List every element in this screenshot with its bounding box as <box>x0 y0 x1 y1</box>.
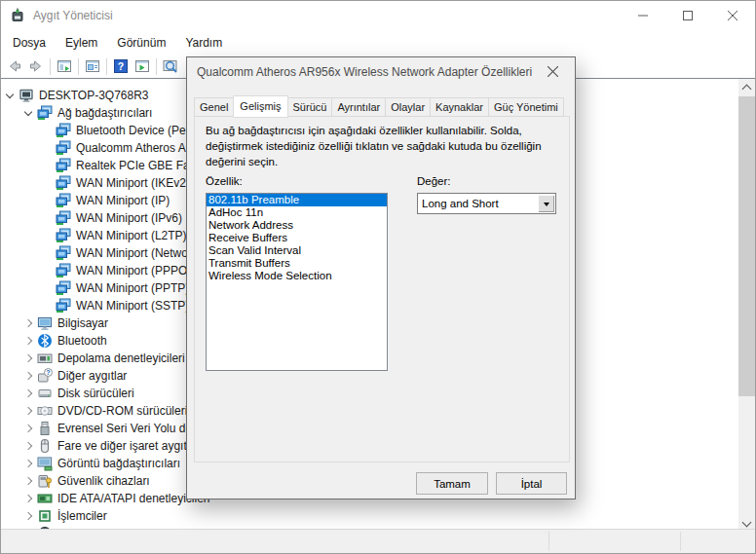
forward-button[interactable] <box>25 55 47 77</box>
property-item-receive-buffers[interactable]: Receive Buffers <box>207 232 387 244</box>
property-item-network-address[interactable]: Network Address <box>207 219 387 232</box>
property-label: Özellik: <box>206 175 243 187</box>
tree-indent <box>1 428 21 429</box>
tree-chevron-placeholder <box>40 263 56 278</box>
property-item-adhoc-11n[interactable]: AdHoc 11n <box>207 206 387 219</box>
ok-button[interactable]: Tamam <box>416 472 488 495</box>
tree-chevron-icon[interactable] <box>21 438 37 454</box>
close-button[interactable] <box>710 1 755 30</box>
tree-indent <box>1 411 21 412</box>
tree-item-label: WAN Miniport (IPv6) <box>76 211 182 225</box>
net-icon <box>56 193 71 208</box>
cpu-icon <box>37 508 53 524</box>
tree-item-label: WAN Miniport (IKEv2) <box>76 176 190 190</box>
tree-chevron-icon[interactable] <box>21 351 37 366</box>
tree-chevron-icon[interactable] <box>21 386 37 401</box>
chevron-down-icon <box>544 203 549 209</box>
tree-item-label: DVD/CD-ROM sürücüleri <box>57 404 187 418</box>
tree-item-label: WAN Miniport (SSTP) <box>76 299 189 313</box>
status-divider <box>680 532 681 551</box>
toolbar-separator <box>78 58 79 75</box>
tree-indent <box>1 148 40 149</box>
tree-chevron-placeholder <box>40 140 56 156</box>
menu-eylem[interactable]: Eylem <box>56 32 107 54</box>
net-icon <box>37 105 53 121</box>
property-item-transmit-buffers[interactable]: Transmit Buffers <box>207 257 387 270</box>
tree-chevron-icon[interactable] <box>3 88 19 103</box>
tree-item-label: WAN Miniport (PPTP) <box>76 281 189 295</box>
device-manager-window: Aygıt Yöneticisi DosyaEylemGörünümYardım… <box>0 0 756 554</box>
usb-icon <box>37 421 53 436</box>
property-item-wireless-mode-selection[interactable]: Wireless Mode Selection <box>207 270 387 282</box>
tree-chevron-icon[interactable] <box>21 333 37 349</box>
tab-geli-mi[interactable]: Gelişmiş <box>233 95 287 118</box>
value-dropdown[interactable]: Long and Short <box>417 193 556 214</box>
value-label: Değer: <box>417 175 451 187</box>
tree-chevron-placeholder <box>40 158 56 173</box>
toolbar-separator <box>156 58 157 75</box>
tree-indent <box>1 358 21 359</box>
tree-chevron-placeholder <box>40 175 56 191</box>
tree-chevron-icon[interactable] <box>21 508 37 524</box>
tree-indent <box>1 271 40 272</box>
adapter-properties-dialog: Qualcomm Atheros AR956x Wireless Network… <box>186 56 576 499</box>
net-icon <box>56 263 71 278</box>
scrollbar-thumb[interactable] <box>738 96 755 396</box>
property-item-802-11b-preamble[interactable]: 802.11b Preamble <box>207 194 387 206</box>
tree-chevron-icon[interactable] <box>21 456 37 471</box>
action-button[interactable] <box>132 55 153 77</box>
tab-description: Bu ağ bağdaştırıcısı için aşağıdaki özel… <box>206 123 564 169</box>
tab-ayr-nt-lar[interactable]: Ayrıntılar <box>331 97 386 117</box>
minimize-icon <box>638 11 648 20</box>
tab-olaylar[interactable]: Olaylar <box>385 97 431 117</box>
scrollbar-up-arrow[interactable] <box>738 79 755 95</box>
dialog-close-button[interactable] <box>531 57 575 86</box>
back-button[interactable] <box>4 55 25 77</box>
tree-chevron-icon[interactable] <box>21 473 37 489</box>
tree-chevron-icon[interactable] <box>21 421 37 436</box>
tab-g-y-netimi[interactable]: Güç Yönetimi <box>488 97 564 117</box>
tab-genel[interactable]: Genel <box>194 97 234 117</box>
cancel-button[interactable]: İptal <box>496 472 567 495</box>
value-dropdown-button[interactable] <box>538 195 554 212</box>
net-icon <box>56 123 71 138</box>
tb-forward-icon <box>28 58 44 74</box>
tree-item-label: Diğer aygıtlar <box>57 369 127 383</box>
property-item-scan-valid-interval[interactable]: Scan Valid Interval <box>207 244 387 257</box>
tab-s-r-c[interactable]: Sürücü <box>287 97 333 117</box>
help-button[interactable]: ? <box>110 55 132 77</box>
menu-yard-m[interactable]: Yardım <box>175 32 232 54</box>
tree-chevron-icon[interactable] <box>21 491 37 506</box>
vertical-scrollbar[interactable] <box>738 79 755 533</box>
tree-chevron-icon[interactable] <box>21 403 37 419</box>
tree-indent <box>1 393 21 394</box>
net-icon <box>56 280 71 296</box>
monitor-icon <box>37 315 53 331</box>
scan-hardware-button[interactable] <box>160 55 181 77</box>
tree-item-label: Görüntü bağdaştırıcıları <box>57 457 180 470</box>
status-divider <box>548 532 549 551</box>
tree-chevron-icon[interactable] <box>21 315 37 331</box>
minimize-button[interactable] <box>621 1 665 30</box>
property-listbox[interactable]: 802.11b PreambleAdHoc 11nNetwork Address… <box>206 193 388 371</box>
bluetooth-icon <box>37 333 53 349</box>
tree-item-i-lemciler[interactable]: İşlemciler <box>1 507 738 525</box>
tree-chevron-placeholder <box>40 280 56 296</box>
dialog-title: Qualcomm Atheros AR956x Wireless Network… <box>197 57 532 87</box>
properties-button[interactable] <box>82 55 103 77</box>
tree-indent <box>1 481 21 482</box>
tree-chevron-icon[interactable] <box>21 105 37 121</box>
tree-chevron-icon[interactable] <box>21 368 37 384</box>
svg-text:?: ? <box>118 60 124 72</box>
tree-item-label: WAN Miniport (PPPOE) <box>76 264 199 277</box>
show-tree-button[interactable] <box>54 55 75 77</box>
menu-g-r-n-m[interactable]: Görünüm <box>107 32 175 54</box>
status-bar <box>1 529 755 553</box>
toolbar-separator <box>50 58 51 75</box>
menu-dosya[interactable]: Dosya <box>3 32 56 54</box>
security-icon <box>37 473 53 489</box>
tree-chevron-placeholder <box>40 193 56 208</box>
maximize-button[interactable] <box>665 1 710 30</box>
tb-scan-icon <box>163 58 178 74</box>
tab-kaynaklar[interactable]: Kaynaklar <box>430 97 489 117</box>
